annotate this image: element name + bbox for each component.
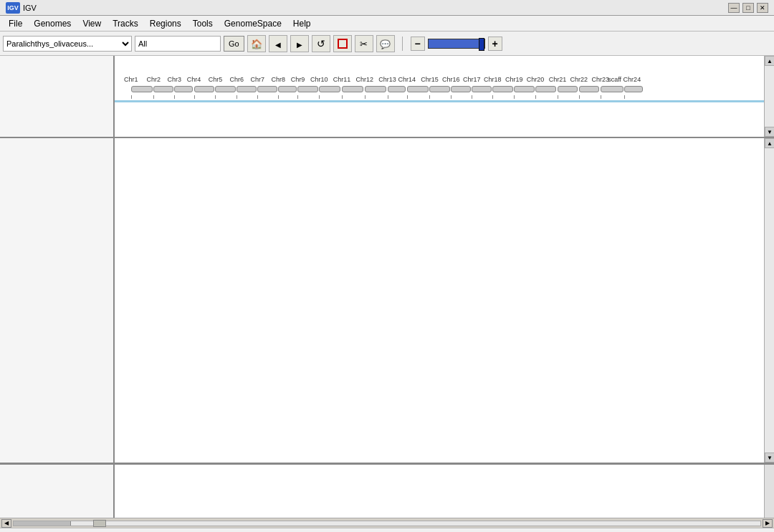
chr-label-Chr19: Chr19 bbox=[505, 76, 523, 83]
genome-select[interactable]: Paralichthys_olivaceus... bbox=[3, 36, 132, 52]
chr-bar-Chr20[interactable] bbox=[535, 86, 556, 92]
hscroll-left-button[interactable]: ◀ bbox=[1, 519, 11, 528]
menu-genomespace[interactable]: GenomeSpace bbox=[219, 17, 287, 30]
chr-bar-Chr6[interactable] bbox=[236, 86, 257, 92]
chr-label-Chr21: Chr21 bbox=[549, 76, 567, 83]
chr-tick-Chr14 bbox=[407, 95, 408, 99]
zoom-plus-button[interactable]: + bbox=[488, 37, 502, 51]
chromosome-view-area[interactable]: Chr1Chr2Chr3Chr4Chr5Chr6Chr7Chr8Chr9Chr1… bbox=[115, 56, 764, 137]
chr-label-Chr23: Chr23 bbox=[591, 76, 609, 83]
menu-regions[interactable]: Regions bbox=[144, 17, 187, 30]
chromosome-tick-row bbox=[115, 93, 764, 99]
chr-bar-Chr23[interactable] bbox=[601, 86, 624, 92]
chr-bar-Chr4[interactable] bbox=[194, 86, 214, 92]
chr-label-Chr4: Chr4 bbox=[187, 76, 201, 83]
hscroll-right-button[interactable]: ▶ bbox=[763, 519, 773, 528]
chr-bar-Chr5[interactable] bbox=[215, 86, 235, 92]
zoom-slider[interactable] bbox=[428, 39, 485, 49]
track-scroll-up[interactable]: ▲ bbox=[765, 138, 774, 148]
zoom-minus-button[interactable]: − bbox=[411, 37, 425, 51]
go-button[interactable]: Go bbox=[224, 36, 244, 52]
close-button[interactable]: ✕ bbox=[757, 3, 768, 13]
chr-bar-Chr15[interactable] bbox=[429, 86, 449, 92]
scissors-icon bbox=[360, 38, 368, 49]
chr-label-Chr11: Chr11 bbox=[333, 76, 351, 83]
chr-label-Chr14: Chr14 bbox=[398, 76, 416, 83]
chr-tick-Chr5 bbox=[215, 95, 216, 99]
chr-tick-Chr19 bbox=[514, 95, 515, 99]
chr-bar-Chr17[interactable] bbox=[472, 86, 492, 92]
minimize-button[interactable]: — bbox=[728, 3, 740, 13]
chr-tick-Chr9 bbox=[297, 95, 298, 99]
chr-bar-Chr16[interactable] bbox=[451, 86, 471, 92]
chr-label-Chr3: Chr3 bbox=[168, 76, 182, 83]
chr-scroll-track bbox=[765, 66, 774, 127]
track-pane: ▲ ▼ bbox=[0, 138, 774, 464]
chr-bar-Chr9[interactable] bbox=[297, 86, 317, 92]
chr-bar-Chr21[interactable] bbox=[558, 86, 578, 92]
track-scroll-down[interactable]: ▼ bbox=[765, 453, 774, 463]
chr-bar-Chr2[interactable] bbox=[153, 86, 173, 92]
zoom-slider-thumb[interactable] bbox=[479, 38, 484, 51]
menu-genomes[interactable]: Genomes bbox=[28, 17, 77, 30]
home-icon bbox=[251, 38, 262, 49]
chr-scroll-down[interactable]: ▼ bbox=[765, 127, 774, 137]
scissors-button[interactable] bbox=[355, 35, 373, 52]
location-input[interactable] bbox=[135, 36, 221, 52]
chr-bar-Chr14[interactable] bbox=[407, 86, 429, 92]
chr-tick-Chr15 bbox=[429, 95, 430, 99]
chr-tick-Chr18 bbox=[492, 95, 493, 99]
chr-label-Chr22: Chr22 bbox=[570, 76, 588, 83]
zoom-select-icon bbox=[338, 39, 348, 49]
chr-bar-scaff_Chr24[interactable] bbox=[624, 86, 643, 92]
chr-label-scaff_Chr24: scaff Chr24 bbox=[608, 76, 641, 83]
home-button[interactable] bbox=[247, 35, 266, 52]
chr-tick-Chr20 bbox=[535, 95, 536, 99]
chr-label-Chr1: Chr1 bbox=[124, 76, 138, 83]
main-content: Chr1Chr2Chr3Chr4Chr5Chr6Chr7Chr8Chr9Chr1… bbox=[0, 56, 774, 518]
separator-vline bbox=[398, 35, 408, 52]
forward-button[interactable] bbox=[290, 35, 309, 52]
chr-scroll-up[interactable]: ▲ bbox=[765, 56, 774, 66]
menu-tools[interactable]: Tools bbox=[187, 17, 219, 30]
title-bar-left: IGV IGV bbox=[6, 2, 37, 14]
menu-tracks[interactable]: Tracks bbox=[107, 17, 144, 30]
refresh-button[interactable] bbox=[312, 35, 330, 52]
track-label-col bbox=[0, 138, 115, 463]
chromosome-scroll-col: ▲ ▼ bbox=[764, 56, 774, 137]
zoom-select-button[interactable] bbox=[333, 35, 352, 52]
track-view-area bbox=[115, 138, 764, 463]
maximize-button[interactable]: □ bbox=[742, 3, 754, 13]
chr-bar-Chr1[interactable] bbox=[131, 86, 153, 92]
chr-tick-Chr22 bbox=[579, 95, 580, 99]
chr-bar-Chr12[interactable] bbox=[365, 86, 386, 92]
chr-bar-Chr19[interactable] bbox=[514, 86, 534, 92]
chr-label-Chr7: Chr7 bbox=[251, 76, 265, 83]
tooltip-button[interactable] bbox=[376, 35, 395, 52]
chr-bar-Chr22[interactable] bbox=[579, 86, 599, 92]
chr-bar-Chr8[interactable] bbox=[278, 86, 297, 92]
horizontal-scroll-thumb[interactable] bbox=[14, 521, 71, 526]
back-button[interactable] bbox=[269, 35, 287, 52]
chr-bar-Chr3[interactable] bbox=[174, 86, 193, 92]
chromosome-pane: Chr1Chr2Chr3Chr4Chr5Chr6Chr7Chr8Chr9Chr1… bbox=[0, 56, 774, 138]
chr-tick-Chr12 bbox=[365, 95, 366, 99]
chr-bar-Chr10[interactable] bbox=[319, 86, 340, 92]
menu-view[interactable]: View bbox=[77, 17, 107, 30]
title-bar-controls: — □ ✕ bbox=[728, 3, 768, 13]
menu-file[interactable]: File bbox=[3, 17, 28, 30]
chr-label-Chr6: Chr6 bbox=[230, 76, 244, 83]
chr-bar-Chr11[interactable] bbox=[342, 86, 363, 92]
chr-tick-Chr16 bbox=[451, 95, 452, 99]
chr-tick-Chr21 bbox=[558, 95, 558, 99]
chromosome-label-col bbox=[0, 56, 115, 137]
chr-tick-Chr7 bbox=[257, 95, 258, 99]
menu-help[interactable]: Help bbox=[287, 17, 317, 30]
horizontal-scroll-track[interactable] bbox=[13, 521, 761, 526]
chr-bar-Chr18[interactable] bbox=[492, 86, 512, 92]
chr-label-Chr8: Chr8 bbox=[272, 76, 286, 83]
tooltip-icon bbox=[380, 38, 391, 49]
chr-bar-Chr7[interactable] bbox=[257, 86, 277, 92]
chr-label-Chr13: Chr13 bbox=[378, 76, 396, 83]
chr-bar-Chr13[interactable] bbox=[388, 86, 406, 92]
